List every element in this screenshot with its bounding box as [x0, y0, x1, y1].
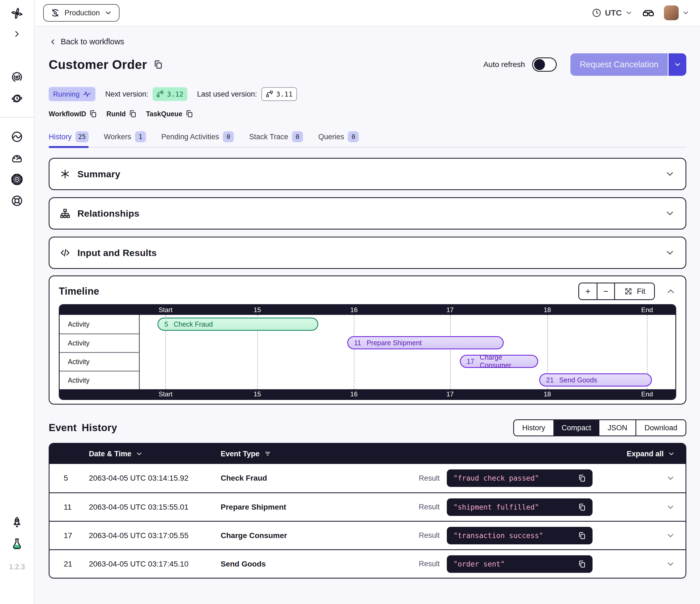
copy-icon[interactable]: [578, 503, 586, 511]
usage-gauge-icon[interactable]: [11, 152, 23, 164]
scale-tick: 17: [446, 305, 454, 315]
left-sidebar: 1.2.3: [0, 0, 34, 604]
timezone-selector[interactable]: UTC: [592, 8, 633, 18]
event-type: Charge Consumer: [221, 531, 419, 540]
topbar: Production UTC: [35, 0, 700, 26]
timeline-zoom-controls: + − Fit: [578, 283, 655, 300]
section-title: Summary: [77, 169, 120, 179]
result-value: "fraud check passed": [453, 474, 539, 482]
auto-refresh-toggle[interactable]: [532, 57, 557, 72]
copy-icon[interactable]: [89, 110, 97, 118]
labs-glasses-icon[interactable]: [642, 6, 655, 19]
row-expand-chevron[interactable]: [593, 559, 685, 569]
request-cancelation-button[interactable]: Request Cancelation: [570, 53, 686, 76]
view-history-button[interactable]: History: [514, 420, 553, 435]
cancelation-menu-chevron[interactable]: [668, 53, 686, 76]
section-title: Input and Results: [77, 247, 157, 258]
column-date-time[interactable]: Date & Time: [89, 450, 221, 458]
timeline-bar-prepare-shipment[interactable]: 11 Prepare Shipment: [347, 336, 504, 349]
rocket-icon[interactable]: [11, 516, 23, 528]
copy-icon[interactable]: [578, 532, 586, 540]
result-label: Result: [419, 474, 440, 483]
app-logo-pinwheel-icon[interactable]: [11, 7, 23, 20]
copy-icon[interactable]: [153, 59, 163, 70]
activity-row-label: Activity: [59, 352, 139, 371]
tab-history[interactable]: History 25: [49, 130, 89, 147]
result-chip[interactable]: "shipment fulfilled": [447, 499, 593, 516]
collapse-chevron-up-icon[interactable]: [665, 286, 676, 297]
branch-icon: [156, 90, 164, 98]
sidebar-divider: [0, 117, 34, 118]
copy-icon[interactable]: [128, 110, 137, 118]
result-chip[interactable]: "transaction success": [447, 527, 593, 545]
result-label: Result: [419, 503, 440, 511]
copy-icon[interactable]: [578, 560, 586, 568]
chevron-down-icon[interactable]: [665, 247, 675, 258]
zoom-in-button[interactable]: +: [579, 283, 597, 299]
fit-button[interactable]: Fit: [614, 283, 654, 299]
event-table-header: Date & Time Event Type Expand all: [49, 444, 685, 464]
run-id-copy[interactable]: RunId: [106, 110, 137, 118]
task-queue-copy[interactable]: TaskQueue: [146, 110, 193, 118]
request-cancelation-label[interactable]: Request Cancelation: [570, 53, 668, 76]
summary-section[interactable]: Summary: [49, 158, 686, 190]
result-chip[interactable]: "order sent": [447, 555, 593, 573]
view-compact-button[interactable]: Compact: [553, 420, 599, 435]
last-used-version-label: Last used version:: [197, 90, 257, 98]
input-and-results-section[interactable]: Input and Results: [49, 237, 686, 269]
chevron-down-icon: [625, 9, 633, 17]
support-lifebuoy-icon[interactable]: [11, 195, 23, 207]
timeline-bar-charge-consumer[interactable]: 17 Charge Consumer: [460, 355, 538, 368]
view-json-button[interactable]: JSON: [599, 420, 635, 435]
tab-pending-activities[interactable]: Pending Activities 0: [161, 130, 234, 147]
copy-icon[interactable]: [185, 110, 193, 118]
chevron-down-icon[interactable]: [665, 208, 675, 219]
event-history-table: Date & Time Event Type Expand all 5 2063…: [49, 443, 686, 579]
workflows-spiral-icon[interactable]: [11, 71, 23, 83]
settings-gear-icon[interactable]: [11, 173, 23, 186]
row-expand-chevron[interactable]: [593, 503, 685, 512]
chevron-down-icon: [104, 9, 112, 17]
workflow-id-copy[interactable]: WorkflowID: [49, 110, 97, 118]
auto-refresh-label: Auto refresh: [483, 60, 525, 69]
timeline-bar-check-fraud[interactable]: 5 Check Fraud: [157, 318, 318, 331]
tab-workers[interactable]: Workers 1: [104, 130, 146, 147]
tab-count-badge: 1: [135, 131, 146, 142]
event-row[interactable]: 5 2063-04-05 UTC 03:14:15.92 Check Fraud…: [49, 464, 685, 492]
timeline-bar-send-goods[interactable]: 21 Send Goods: [539, 373, 652, 387]
labs-flask-icon[interactable]: [11, 537, 23, 550]
back-to-workflows-link[interactable]: Back to workflows: [49, 37, 124, 46]
event-row[interactable]: 17 2063-04-05 UTC 03:17:05.55 Charge Con…: [49, 521, 685, 549]
schedules-clock-icon[interactable]: [11, 93, 23, 104]
event-history-view-switcher: History Compact JSON Download: [513, 419, 686, 436]
result-value: "order sent": [453, 560, 505, 568]
timeline-plot-area: Activity Activity Activity Activity 5 Ch…: [59, 315, 675, 389]
timezone-label: UTC: [605, 8, 622, 18]
result-chip[interactable]: "fraud check passed": [447, 469, 593, 487]
tab-stack-trace[interactable]: Stack Trace 0: [249, 130, 303, 147]
expand-all-button[interactable]: Expand all: [627, 450, 685, 458]
zoom-out-button[interactable]: −: [597, 283, 614, 299]
event-history-title: Event History: [49, 422, 117, 434]
event-datetime: 2063-04-05 UTC 03:14:15.92: [89, 474, 221, 483]
column-event-type[interactable]: Event Type: [221, 450, 627, 458]
timeline-scale-top: Start 15 16 17 18 End: [59, 305, 675, 315]
branch-icon: [266, 90, 273, 98]
copy-icon[interactable]: [578, 474, 586, 482]
event-row[interactable]: 11 2063-04-05 UTC 03:15:55.01 Prepare Sh…: [49, 492, 685, 521]
scale-tick: End: [641, 305, 653, 315]
namespace-selector[interactable]: Production: [43, 4, 120, 22]
nexus-icon[interactable]: [11, 131, 23, 143]
sidebar-expand-chevron-right-icon[interactable]: [12, 29, 22, 39]
avatar[interactable]: [664, 5, 679, 20]
tab-queries[interactable]: Queries 0: [318, 130, 359, 147]
event-row[interactable]: 21 2063-04-05 UTC 03:17:45.10 Send Goods…: [49, 549, 685, 578]
download-button[interactable]: Download: [635, 420, 685, 435]
relationships-section[interactable]: Relationships: [49, 197, 686, 229]
row-expand-chevron[interactable]: [593, 474, 685, 483]
row-expand-chevron[interactable]: [593, 531, 685, 540]
chevron-down-icon[interactable]: [665, 169, 675, 179]
activity-label-column: Activity Activity Activity Activity: [59, 315, 140, 389]
chevron-down-icon[interactable]: [682, 9, 690, 17]
activity-row-label: Activity: [59, 371, 139, 389]
